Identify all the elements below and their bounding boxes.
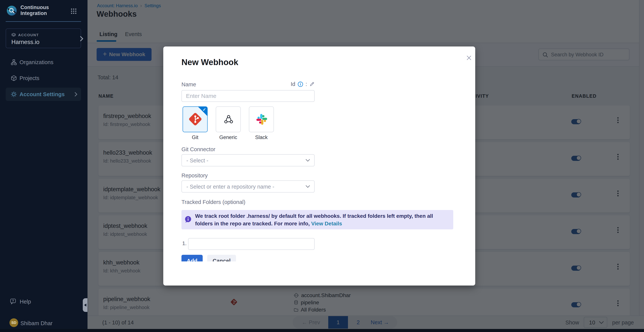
- gear-icon: [11, 91, 17, 97]
- sidebar-divider: [6, 21, 81, 22]
- repository-label: Repository: [182, 173, 208, 179]
- git-connector-label: Git Connector: [182, 146, 215, 152]
- sidebar-item-label: Projects: [20, 75, 40, 81]
- app-title: Continuous Integration: [20, 5, 66, 16]
- tracked-folder-input[interactable]: [188, 238, 314, 250]
- id-label: Id: [291, 81, 295, 87]
- sidebar-item-account-settings[interactable]: Account Settings: [6, 88, 81, 101]
- repository-select[interactable]: - Select or enter a repository name -: [182, 181, 314, 193]
- account-scope-label: ACCOUNT: [18, 33, 39, 37]
- webhook-name-input[interactable]: [182, 90, 314, 102]
- type-card-slack[interactable]: [249, 106, 274, 132]
- edit-pencil-icon[interactable]: [309, 82, 314, 87]
- type-label-slack: Slack: [249, 134, 274, 140]
- info-icon[interactable]: [298, 81, 303, 87]
- account-name: Harness.io: [11, 39, 40, 46]
- user-name[interactable]: Shibam Dhar: [20, 320, 52, 326]
- module-grid-icon[interactable]: [70, 8, 77, 15]
- chevron-right-icon: [75, 92, 77, 97]
- cancel-button[interactable]: Cancel: [207, 255, 236, 261]
- add-button[interactable]: Add: [182, 255, 203, 261]
- user-avatar[interactable]: SD: [10, 318, 18, 327]
- tracked-folders-label: Tracked Folders (optional): [182, 199, 245, 205]
- account-scope-selector[interactable]: ACCOUNT Harness.io: [6, 29, 81, 48]
- chevron-right-icon: [80, 36, 84, 41]
- slack-logo-icon: [256, 113, 268, 125]
- type-label-generic: Generic: [216, 134, 241, 140]
- help-label: Help: [20, 299, 31, 305]
- svg-text:?: ?: [12, 299, 14, 303]
- webhook-generic-icon: [223, 114, 234, 125]
- new-webhook-dialog: New Webhook Name Id :: [163, 47, 475, 285]
- dialog-title: New Webhook: [182, 58, 238, 67]
- app-root: Continuous Integration ACCOUNT Harness.i…: [0, 0, 644, 332]
- info-icon: [184, 216, 192, 223]
- sidebar-collapse-handle[interactable]: [83, 298, 88, 312]
- git-logo-icon: [188, 111, 203, 127]
- layers-icon: [11, 33, 16, 38]
- tracked-folders-info-callout: We track root folder .harness/ by defaul…: [182, 210, 453, 229]
- sidebar: Continuous Integration ACCOUNT Harness.i…: [0, 0, 88, 332]
- close-icon[interactable]: [466, 54, 473, 62]
- git-connector-select[interactable]: - Select -: [182, 154, 314, 167]
- sidebar-item-organizations[interactable]: Organizations: [6, 56, 81, 68]
- info-text: We track root folder .harness/ by defaul…: [195, 212, 447, 227]
- org-chart-icon: [11, 59, 17, 65]
- cube-icon: [11, 75, 17, 81]
- id-row: Id :: [182, 81, 314, 87]
- chevron-down-icon: [306, 159, 310, 162]
- folder-index: 1.: [182, 240, 186, 246]
- chevron-down-icon: [306, 185, 310, 188]
- type-label-git: Git: [182, 134, 208, 140]
- sidebar-item-label: Organizations: [20, 59, 54, 65]
- type-card-generic[interactable]: [216, 106, 241, 132]
- type-card-git[interactable]: ✓: [182, 106, 208, 132]
- id-colon: :: [306, 81, 307, 87]
- help-chat-icon: ?: [10, 298, 17, 305]
- view-details-link[interactable]: View Details: [311, 221, 342, 227]
- ci-module-logo-icon[interactable]: [6, 5, 17, 16]
- sidebar-item-label: Account Settings: [20, 91, 64, 97]
- check-icon: ✓: [203, 107, 206, 112]
- sidebar-item-projects[interactable]: Projects: [6, 72, 81, 84]
